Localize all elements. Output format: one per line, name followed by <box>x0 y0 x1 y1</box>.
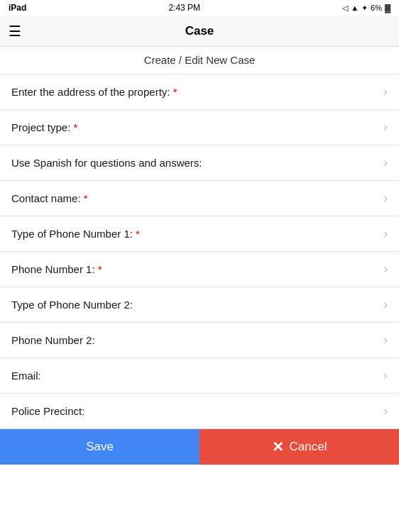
form-row-label-project-type: Project type: * <box>11 121 77 133</box>
form-row-contact-name[interactable]: Contact name: *› <box>0 181 399 216</box>
page-title-bar: Create / Edit New Case <box>0 47 399 74</box>
form-row-phone-type-2[interactable]: Type of Phone Number 2:› <box>0 287 399 323</box>
save-button[interactable]: Save <box>0 429 200 465</box>
menu-button[interactable]: ☰ <box>9 23 21 40</box>
cancel-label: Cancel <box>290 440 327 454</box>
button-row: Save ✕ Cancel <box>0 429 399 465</box>
page-title: Create / Edit New Case <box>144 54 256 66</box>
cancel-x-icon: ✕ <box>272 438 284 455</box>
form-row-label-police-precinct: Police Precinct: <box>11 405 84 417</box>
form-row-label-phone-type-1: Type of Phone Number 1: * <box>11 228 140 240</box>
form-row-phone-type-1[interactable]: Type of Phone Number 1: *› <box>0 216 399 252</box>
form-row-phone-number-2[interactable]: Phone Number 2:› <box>0 323 399 358</box>
chevron-right-icon: › <box>383 155 388 170</box>
chevron-right-icon: › <box>383 262 388 277</box>
chevron-right-icon: › <box>383 191 388 206</box>
chevron-right-icon: › <box>383 120 388 135</box>
form-row-project-type[interactable]: Project type: *› <box>0 110 399 145</box>
status-icons: ◁ ▲ ✦ 6% ▓ <box>342 4 390 13</box>
form-row-email[interactable]: Email:› <box>0 358 399 394</box>
status-bar: iPad 2:43 PM ◁ ▲ ✦ 6% ▓ <box>0 0 399 16</box>
chevron-right-icon: › <box>383 333 388 348</box>
nav-bar: ☰ Case <box>0 16 399 47</box>
time-label: 2:43 PM <box>168 3 200 13</box>
cancel-button[interactable]: ✕ Cancel <box>200 429 399 465</box>
nav-title: Case <box>185 24 214 38</box>
form-row-label-phone-number-1: Phone Number 1: * <box>11 263 102 275</box>
battery-label: 6% <box>371 4 382 12</box>
location-icon: ▲ <box>351 4 359 12</box>
form-row-spanish[interactable]: Use Spanish for questions and answers:› <box>0 145 399 181</box>
form-row-police-precinct[interactable]: Police Precinct:› <box>0 394 399 429</box>
form-row-label-address: Enter the address of the property: * <box>11 86 177 98</box>
form-row-label-spanish: Use Spanish for questions and answers: <box>11 157 202 169</box>
form-row-phone-number-1[interactable]: Phone Number 1: *› <box>0 252 399 287</box>
chevron-right-icon: › <box>383 368 388 383</box>
form-list: Enter the address of the property: *›Pro… <box>0 74 399 429</box>
form-row-label-email: Email: <box>11 370 41 382</box>
battery-icon: ▓ <box>385 4 390 12</box>
device-label: iPad <box>9 3 26 13</box>
form-row-label-contact-name: Contact name: * <box>11 192 88 204</box>
bluetooth-icon: ✦ <box>361 4 368 13</box>
form-row-address[interactable]: Enter the address of the property: *› <box>0 74 399 110</box>
signal-icon: ◁ <box>342 4 348 13</box>
chevron-right-icon: › <box>383 297 388 312</box>
form-row-label-phone-number-2: Phone Number 2: <box>11 334 95 346</box>
form-row-label-phone-type-2: Type of Phone Number 2: <box>11 299 133 311</box>
chevron-right-icon: › <box>383 226 388 241</box>
chevron-right-icon: › <box>383 404 388 419</box>
chevron-right-icon: › <box>383 84 388 99</box>
